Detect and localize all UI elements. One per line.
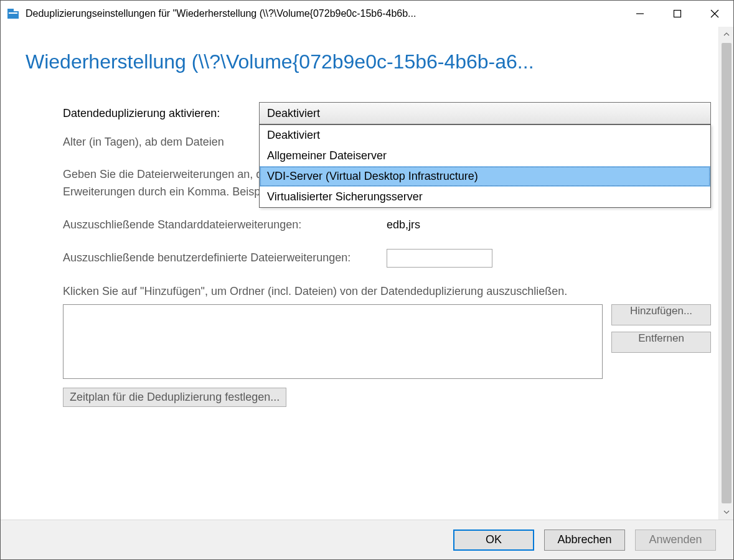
combo-option-allgemeiner-dateiserver[interactable]: Allgemeiner Dateiserver: [260, 146, 710, 166]
combo-dropdown-list: Deaktiviert Allgemeiner Dateiserver VDI-…: [259, 124, 711, 208]
app-icon: [7, 7, 19, 20]
combo-option-deaktiviert[interactable]: Deaktiviert: [260, 125, 710, 146]
custom-extensions-label: Auszuschließende benutzerdefinierte Date…: [63, 251, 387, 264]
close-button[interactable]: [696, 1, 733, 27]
svg-rect-0: [7, 11, 19, 19]
cancel-button[interactable]: Abbrechen: [544, 530, 625, 551]
custom-extensions-row: Auszuschließende benutzerdefinierte Date…: [63, 249, 711, 268]
folder-exclude-area: Hinzufügen... Entfernen: [63, 304, 711, 379]
folder-exclude-listbox[interactable]: [63, 304, 603, 379]
caption-buttons: [621, 1, 733, 27]
scroll-down-icon[interactable]: [719, 505, 733, 520]
svg-rect-1: [9, 12, 17, 14]
enable-label: Datendeduplizierung aktivieren:: [63, 107, 259, 120]
remove-button[interactable]: Entfernen: [611, 332, 711, 353]
combo-selected-text: Deaktiviert: [267, 107, 320, 120]
default-extensions-row: Auszuschließende Standarddateierweiterun…: [63, 218, 711, 231]
titlebar: Deduplizierungseinstellungen für "Wieder…: [1, 1, 733, 27]
combo-option-virtualisierter-sicherungsserver[interactable]: Virtualisierter Sicherungsserver: [260, 187, 710, 207]
scroll-up-icon[interactable]: [719, 27, 733, 42]
combo-option-vdi-server[interactable]: VDI-Server (Virtual Desktop Infrastructu…: [260, 166, 710, 187]
client-area: Wiederherstellung (\\?\Volume{072b9e0c-1…: [1, 27, 733, 559]
custom-extensions-input[interactable]: [387, 249, 492, 268]
scroll-area: Wiederherstellung (\\?\Volume{072b9e0c-1…: [1, 27, 733, 520]
schedule-button[interactable]: Zeitplan für die Deduplizierung festlege…: [63, 388, 286, 407]
add-button[interactable]: Hinzufügen...: [611, 304, 711, 325]
svg-rect-4: [674, 11, 681, 17]
folder-exclude-instruction: Klicken Sie auf "Hinzufügen", um Ordner …: [63, 285, 711, 298]
enable-row: Datendeduplizierung aktivieren: Deaktivi…: [63, 102, 730, 124]
folder-exclude-buttons: Hinzufügen... Entfernen: [611, 304, 711, 379]
maximize-button[interactable]: [659, 1, 696, 27]
dialog-window: Deduplizierungseinstellungen für "Wieder…: [0, 0, 734, 560]
default-extensions-value: edb,jrs: [387, 218, 420, 231]
combo-display[interactable]: Deaktiviert: [259, 102, 711, 124]
titlebar-text: Deduplizierungseinstellungen für "Wieder…: [26, 8, 621, 19]
minimize-button[interactable]: [621, 1, 659, 27]
default-extensions-label: Auszuschließende Standarddateierweiterun…: [63, 218, 387, 231]
schedule-row: Zeitplan für die Deduplizierung festlege…: [26, 388, 730, 407]
enable-combo[interactable]: Deaktiviert Deaktiviert Allgemeiner Date…: [259, 102, 711, 124]
vertical-scrollbar[interactable]: [718, 27, 733, 520]
ok-button[interactable]: OK: [453, 530, 534, 551]
dialog-footer: OK Abbrechen Anwenden: [1, 520, 733, 559]
apply-button[interactable]: Anwenden: [635, 530, 716, 551]
scroll-thumb[interactable]: [722, 43, 732, 503]
page-title: Wiederherstellung (\\?\Volume{072b9e0c-1…: [26, 50, 730, 73]
svg-rect-2: [7, 9, 14, 11]
